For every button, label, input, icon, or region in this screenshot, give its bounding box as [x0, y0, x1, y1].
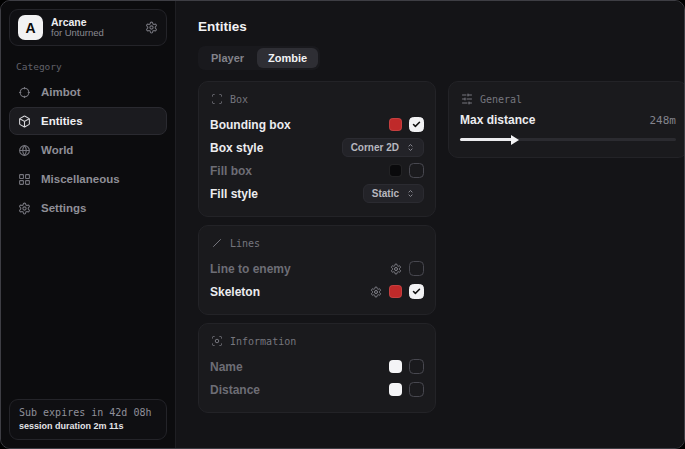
skeleton-settings-icon[interactable]: [370, 286, 382, 298]
box-card: Box Bounding box Box style: [198, 81, 436, 217]
subscription-info: Sub expires in 42d 08h session duration …: [9, 399, 167, 440]
card-title: General: [480, 94, 522, 105]
card-title: Box: [230, 94, 248, 105]
dropdown-value: Corner 2D: [351, 142, 399, 153]
page-title: Entities: [198, 19, 685, 34]
fill-box-checkbox[interactable]: [409, 163, 424, 178]
cube-icon: [18, 115, 31, 128]
sliders-icon: [461, 93, 473, 105]
sidebar-item-label: Aimbot: [41, 86, 81, 98]
row-label: Line to enemy: [210, 262, 291, 276]
sub-expires-text: Sub expires in 42d 08h: [19, 407, 157, 418]
sidebar-item-label: Settings: [41, 202, 86, 214]
line-to-enemy-settings-icon[interactable]: [390, 263, 402, 275]
tab-player[interactable]: Player: [200, 48, 255, 68]
app-subtitle: for Unturned: [51, 28, 104, 39]
row-label: Bounding box: [210, 118, 291, 132]
setting-row: Name: [210, 355, 424, 378]
scan-eye-icon: [211, 335, 223, 347]
name-checkbox[interactable]: [409, 359, 424, 374]
setting-row: Bounding box: [210, 113, 424, 136]
gear-icon: [18, 202, 31, 215]
slider-label: Max distance: [460, 113, 535, 127]
line-to-enemy-checkbox[interactable]: [409, 261, 424, 276]
sidebar-item-settings[interactable]: Settings: [9, 194, 167, 222]
entity-tabs: Player Zombie: [198, 46, 320, 70]
sync-gear-icon[interactable]: [145, 21, 158, 34]
general-card: General Max distance 248m: [448, 81, 685, 158]
setting-row: Fill style Static: [210, 182, 424, 205]
scan-corners-icon: [211, 93, 223, 105]
sidebar-item-label: Entities: [41, 115, 83, 127]
globe-icon: [18, 144, 31, 157]
row-label: Fill box: [210, 164, 252, 178]
distance-checkbox[interactable]: [409, 382, 424, 397]
distance-color-swatch[interactable]: [389, 383, 402, 396]
row-label: Distance: [210, 383, 260, 397]
check-icon: [412, 287, 421, 296]
setting-row: Box style Corner 2D: [210, 136, 424, 159]
sidebar-item-aimbot[interactable]: Aimbot: [9, 78, 167, 106]
category-label: Category: [16, 61, 160, 72]
row-label: Name: [210, 360, 243, 374]
diagonal-line-icon: [211, 237, 223, 249]
sidebar-item-label: Miscellaneous: [41, 173, 120, 185]
skeleton-checkbox[interactable]: [409, 284, 424, 299]
chevrons-up-down-icon: [406, 143, 415, 152]
sidebar-item-world[interactable]: World: [9, 136, 167, 164]
check-icon: [412, 120, 421, 129]
name-color-swatch[interactable]: [389, 360, 402, 373]
row-label: Fill style: [210, 187, 258, 201]
sidebar-item-entities[interactable]: Entities: [9, 107, 167, 135]
sidebar-nav: Aimbot Entities World Miscellaneous: [9, 78, 167, 222]
information-card: Information Name Distance: [198, 323, 436, 413]
card-title: Lines: [230, 238, 260, 249]
slider-thumb[interactable]: [511, 135, 519, 145]
setting-row: Fill box: [210, 159, 424, 182]
app-window: A Arcane for Unturned Category Aimbot: [0, 0, 685, 449]
bounding-box-checkbox[interactable]: [409, 117, 424, 132]
slider-value: 248m: [650, 114, 677, 127]
slider-fill: [460, 138, 514, 141]
app-logo: A: [18, 15, 43, 40]
lines-card: Lines Line to enemy: [198, 225, 436, 315]
row-label: Box style: [210, 141, 263, 155]
row-label: Skeleton: [210, 285, 260, 299]
dropdown-value: Static: [372, 188, 399, 199]
crosshair-icon: [18, 86, 31, 99]
bounding-box-color-swatch[interactable]: [389, 118, 402, 131]
skeleton-color-swatch[interactable]: [389, 285, 402, 298]
sidebar-item-miscellaneous[interactable]: Miscellaneous: [9, 165, 167, 193]
session-duration-text: session duration 2m 11s: [19, 421, 157, 431]
grid-icon: [18, 173, 31, 186]
card-title: Information: [230, 336, 296, 347]
chevrons-up-down-icon: [406, 189, 415, 198]
setting-row: Distance: [210, 378, 424, 401]
main-content: Entities Player Zombie Box Bounding box: [176, 1, 685, 448]
box-style-dropdown[interactable]: Corner 2D: [342, 138, 424, 157]
sidebar-item-label: World: [41, 144, 73, 156]
brand-card: A Arcane for Unturned: [9, 9, 167, 46]
fill-style-dropdown[interactable]: Static: [363, 184, 424, 203]
sidebar: A Arcane for Unturned Category Aimbot: [1, 1, 176, 448]
setting-row: Line to enemy: [210, 257, 424, 280]
fill-box-color-swatch[interactable]: [389, 164, 402, 177]
setting-row: Skeleton: [210, 280, 424, 303]
tab-zombie[interactable]: Zombie: [257, 48, 318, 68]
max-distance-slider[interactable]: [460, 133, 676, 146]
